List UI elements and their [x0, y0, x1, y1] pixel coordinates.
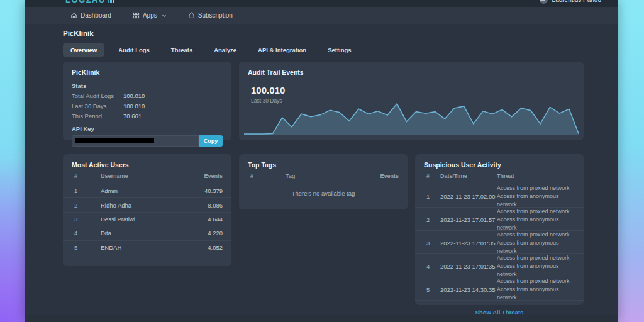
- col-username: Username: [101, 173, 185, 179]
- app-window: LOGZAU Laurentius Pandu Dashboard Apps S…: [25, 0, 618, 322]
- api-key-field[interactable]: [72, 135, 199, 147]
- tab-audit-logs[interactable]: Audit Logs: [111, 43, 157, 57]
- suspicious-table-header: # Date/Time Threat: [415, 169, 584, 184]
- table-row: 1 2022-11-23 17:02:00 Access from proxie…: [415, 184, 584, 207]
- stat-value: 100.010: [123, 92, 223, 99]
- events-count: 4.644: [185, 216, 223, 223]
- events-count: 40.379: [185, 187, 223, 194]
- threat-datetime: 2022-11-23 17:01:57: [440, 216, 497, 223]
- avatar: [539, 0, 548, 4]
- suspicious-activity-card: Suspicious User Activity # Date/Time Thr…: [415, 154, 584, 305]
- tags-table-header: # Tag Events: [239, 169, 408, 184]
- table-row: 5 2022-11-23 14:30:35 Access from proxie…: [415, 277, 584, 300]
- threat-datetime: 2022-11-23 17:02:00: [440, 193, 497, 200]
- stat-label: Last 30 Days: [72, 103, 123, 109]
- tab-threats[interactable]: Threats: [164, 43, 200, 57]
- threat-list: Access from proxied network Access from …: [497, 208, 577, 232]
- username: Admin: [101, 187, 185, 194]
- threat-list: Access from proxied network Access from …: [497, 254, 577, 279]
- col-num: #: [74, 173, 101, 179]
- events-count: 4.220: [185, 230, 223, 236]
- username: Dita: [101, 230, 185, 236]
- nav-label: Dashboard: [80, 12, 111, 19]
- nav-label: Subscription: [198, 12, 233, 19]
- tab-api-integration[interactable]: API & Integration: [250, 43, 314, 57]
- top-bar: LOGZAU Laurentius Pandu: [25, 0, 618, 7]
- stat-label: Total Audit Logs: [72, 92, 123, 99]
- tab-analyze[interactable]: Analyze: [206, 43, 244, 57]
- col-events: Events: [185, 173, 223, 179]
- most-active-users-card: Most Active Users # Username Events 1 Ad…: [63, 154, 231, 266]
- username: Dessi Pratiwi: [101, 216, 185, 223]
- username: Ridho Adha: [101, 202, 185, 209]
- stats-card-title: PicKlinik: [72, 69, 223, 76]
- audit-chart-area: [244, 100, 579, 136]
- nav-item-apps[interactable]: Apps: [133, 12, 167, 19]
- footer-bar: [25, 315, 618, 322]
- nav-item-dashboard[interactable]: Dashboard: [70, 12, 111, 19]
- col-num: #: [250, 173, 286, 179]
- top-tags-card: Top Tags # Tag Events There's no availab…: [239, 154, 408, 209]
- col-num: #: [426, 173, 440, 179]
- tab-overview[interactable]: Overview: [63, 43, 104, 57]
- suspicious-card-title: Suspicious User Activity: [415, 161, 584, 169]
- stats-section-label: Stats: [72, 82, 223, 89]
- col-events: Events: [361, 173, 399, 179]
- users-table-header: # Username Events: [63, 169, 231, 184]
- nav-label: Apps: [143, 12, 157, 19]
- threat-list: Access from proxied network Access from …: [497, 184, 577, 209]
- user-name: Laurentius Pandu: [552, 0, 601, 3]
- chart-area-fill: [244, 104, 579, 135]
- threat-datetime: 2022-11-23 17:01:35: [440, 240, 497, 247]
- table-row: 3 2022-11-23 17:01:35 Access from proxie…: [415, 230, 584, 253]
- table-row: 1 Admin 40.379: [63, 184, 231, 197]
- audit-total: 100.010: [251, 85, 575, 96]
- nav-item-subscription[interactable]: Subscription: [188, 12, 233, 19]
- bag-icon: [188, 12, 195, 19]
- threat-list: Access from proxied network Access from …: [497, 277, 577, 302]
- events-count: 8.086: [185, 202, 223, 209]
- empty-state-message: There's no available tag: [239, 184, 408, 203]
- api-key-redacted-value: [75, 138, 154, 143]
- audit-trail-card: Audit Trail Events 100.010 Last 30 Days: [239, 62, 584, 140]
- stat-value: 70.661: [123, 113, 223, 119]
- audit-card-title: Audit Trail Events: [248, 69, 575, 76]
- table-row: 2 Ridho Adha 8.086: [63, 197, 231, 211]
- grid-icon: [133, 12, 140, 19]
- logo[interactable]: LOGZAU: [65, 0, 114, 4]
- logo-bars-icon: [108, 0, 114, 3]
- table-row: 4 2022-11-23 17:01:35 Access from proxie…: [415, 253, 584, 277]
- table-row: 2 2022-11-23 17:01:57 Access from proxie…: [415, 207, 584, 230]
- page-title: PicKlinik: [63, 30, 584, 37]
- user-menu[interactable]: Laurentius Pandu: [539, 0, 601, 4]
- api-key-label: API Key: [72, 125, 223, 132]
- col-threat: Threat: [497, 173, 577, 179]
- stat-value: 100.010: [123, 103, 223, 109]
- logo-text: LOGZAU: [65, 0, 106, 4]
- stat-row: Last 30 Days 100.010: [72, 103, 223, 109]
- threat-datetime: 2022-11-23 14:30:35: [440, 286, 497, 293]
- stat-label: This Period: [72, 113, 123, 119]
- username: ENDAH: [101, 244, 185, 251]
- col-datetime: Date/Time: [440, 173, 497, 179]
- audit-chart: [244, 100, 579, 136]
- chevron-down-icon: [162, 13, 167, 18]
- tab-settings[interactable]: Settings: [320, 43, 358, 57]
- table-row: 5 ENDAH 4.052: [63, 240, 231, 254]
- users-card-title: Most Active Users: [63, 161, 231, 169]
- tags-card-title: Top Tags: [239, 161, 408, 169]
- page-content: PicKlinik Overview Audit Logs Threats An…: [25, 24, 618, 305]
- stats-card: PicKlinik Stats Total Audit Logs 100.010…: [63, 62, 231, 140]
- threat-datetime: 2022-11-23 17:01:35: [440, 263, 497, 270]
- table-row: 4 Dita 4.220: [63, 226, 231, 240]
- tab-bar: Overview Audit Logs Threats Analyze API …: [63, 43, 584, 57]
- threat-list: Access from proxied network Access from …: [497, 231, 577, 255]
- nav-bar: Dashboard Apps Subscription: [25, 7, 618, 24]
- copy-button[interactable]: Copy: [199, 135, 223, 147]
- events-count: 4.052: [185, 244, 223, 251]
- table-row: 3 Dessi Pratiwi 4.644: [63, 212, 231, 226]
- home-icon: [70, 12, 77, 19]
- stat-row: This Period 70.661: [72, 113, 223, 119]
- col-tag: Tag: [286, 173, 361, 179]
- stat-row: Total Audit Logs 100.010: [72, 92, 223, 99]
